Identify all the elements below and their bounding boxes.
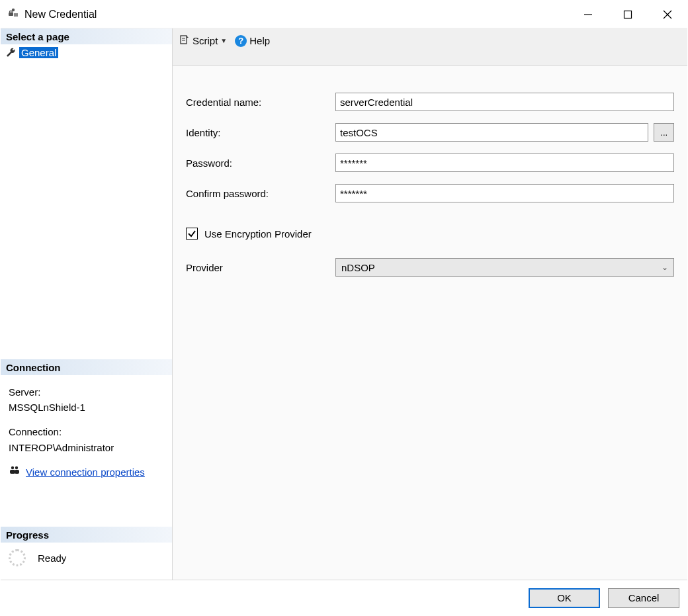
progress-spinner-icon (9, 549, 26, 566)
credential-name-label: Credential name: (186, 97, 331, 108)
progress-body: Ready (1, 543, 172, 580)
page-item-general[interactable]: General (6, 47, 167, 58)
help-button[interactable]: ? Help (235, 35, 270, 47)
titlebar: New Credential (1, 1, 687, 28)
svg-rect-2 (10, 11, 13, 13)
help-icon: ? (235, 35, 247, 47)
server-label: Server: (9, 384, 164, 400)
checkbox-icon (186, 228, 198, 240)
body: Select a page General Connection Server:… (1, 28, 687, 580)
select-page-header: Select a page (1, 28, 172, 44)
identity-input[interactable] (335, 123, 648, 142)
use-encryption-label: Use Encryption Provider (204, 228, 312, 240)
script-button[interactable]: Script ▼ (179, 34, 227, 47)
wrench-icon (6, 48, 17, 58)
provider-label: Provider (186, 262, 331, 273)
page-list: General (1, 44, 172, 61)
password-input[interactable] (335, 154, 674, 172)
chevron-down-icon: ▼ (220, 37, 227, 44)
svg-point-8 (11, 466, 14, 469)
confirm-password-label: Confirm password: (186, 188, 331, 199)
progress-header: Progress (1, 527, 172, 543)
cancel-button[interactable]: Cancel (608, 588, 679, 608)
provider-value: nDSOP (341, 262, 375, 273)
help-label: Help (249, 35, 270, 46)
close-button[interactable] (648, 1, 687, 28)
identity-browse-button[interactable]: ... (654, 123, 674, 142)
use-encryption-checkbox-row[interactable]: Use Encryption Provider (186, 228, 674, 240)
svg-point-9 (15, 466, 18, 469)
script-label: Script (193, 35, 218, 46)
confirm-password-input[interactable] (335, 184, 674, 202)
svg-rect-11 (15, 470, 19, 474)
credential-name-input[interactable] (335, 93, 674, 111)
svg-rect-10 (10, 470, 15, 474)
connection-value: INTEROP\Administrator (9, 440, 164, 455)
window-title: New Credential (24, 9, 97, 21)
connection-label: Connection: (9, 424, 164, 439)
connection-header: Connection (1, 359, 172, 375)
svg-rect-12 (181, 36, 187, 44)
chevron-down-icon: ⌄ (662, 263, 668, 272)
progress-status: Ready (38, 552, 66, 564)
identity-label: Identity: (186, 127, 331, 138)
app-icon (7, 7, 19, 21)
connection-body: Server: MSSQLnShield-1 Connection: INTER… (1, 375, 172, 487)
toolbar: Script ▼ ? Help (173, 28, 687, 54)
sidebar: Select a page General Connection Server:… (1, 28, 173, 580)
view-connection-properties-link[interactable]: View connection properties (26, 464, 145, 480)
svg-rect-3 (14, 13, 18, 17)
script-icon (179, 34, 190, 47)
svg-rect-5 (624, 11, 632, 18)
ok-button[interactable]: OK (529, 588, 600, 608)
maximize-button[interactable] (608, 1, 648, 28)
footer: OK Cancel (1, 580, 687, 615)
server-value: MSSQLnShield-1 (9, 400, 164, 415)
form-area: Credential name: Identity: ... Password:… (173, 66, 687, 580)
page-item-label: General (19, 47, 58, 58)
provider-combobox[interactable]: nDSOP ⌄ (335, 258, 674, 277)
minimize-button[interactable] (568, 1, 608, 28)
main-panel: Script ▼ ? Help Credential name: Identit… (173, 28, 687, 580)
window: New Credential Select a page (0, 0, 688, 616)
people-icon (9, 464, 21, 480)
password-label: Password: (186, 157, 331, 169)
